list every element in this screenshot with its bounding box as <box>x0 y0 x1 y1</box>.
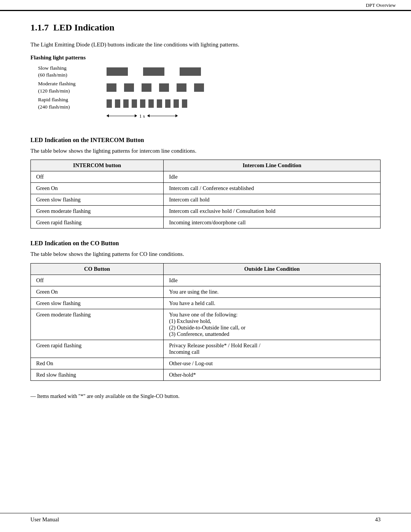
main-content: 1.1.7 LED Indication The Light Emitting … <box>0 11 411 431</box>
co-table-row: Red slow flashingOther-hold* <box>31 369 381 380</box>
mod-block-1 <box>107 83 116 92</box>
slow-block-3 <box>180 67 201 76</box>
section-heading: 1.1.7 LED Indication <box>30 22 381 33</box>
footer: User Manual 43 <box>0 513 411 523</box>
top-bar: DPT Overview <box>0 0 411 11</box>
intercom-table-row: Green slow flashingIntercom call hold <box>31 194 381 206</box>
co-col2-cell: You are using the line. <box>164 286 381 297</box>
intercom-col1-cell: Green slow flashing <box>31 194 164 206</box>
co-col2-cell: Privacy Release possible* / Hold Recall … <box>164 340 381 358</box>
co-col2-cell: You have a held call. <box>164 297 381 309</box>
mod-flash-label: Moderate flashing (120 flash/min) <box>38 80 107 95</box>
time-label: 1 s <box>139 113 145 119</box>
rapid-block-5 <box>140 99 145 108</box>
co-table-row: Red OnOther-use / Log-out <box>31 358 381 369</box>
intercom-heading: LED Indication on the INTERCOM Button <box>30 137 381 144</box>
arrow-line <box>107 116 137 116</box>
rapid-flash-label: Rapid flashing (240 flash/min) <box>38 96 107 111</box>
intercom-table-row: Green rapid flashingIncoming intercom/do… <box>31 217 381 228</box>
co-col1-cell: Green rapid flashing <box>31 340 164 358</box>
mod-block-3 <box>142 83 151 92</box>
co-table-row: OffIdle <box>31 275 381 286</box>
section-title: LED Indication <box>53 22 115 33</box>
arrow-line-2 <box>147 116 178 116</box>
rapid-block-4 <box>132 99 137 108</box>
co-table-row: Green slow flashingYou have a held call. <box>31 297 381 309</box>
intercom-table-row: Green moderate flashingIntercom call exc… <box>31 206 381 217</box>
mod-block-6 <box>194 83 204 92</box>
co-table-row: Green moderate flashingYou have one of t… <box>31 309 381 340</box>
intercom-col1-cell: Green moderate flashing <box>31 206 164 217</box>
co-col1-header: CO Button <box>31 263 164 275</box>
flashing-label: Flashing light patterns <box>30 54 381 61</box>
intro-text: The Light Emitting Diode (LED) buttons i… <box>30 40 381 49</box>
mod-block-4 <box>159 83 169 92</box>
intercom-col2-cell: Intercom call / Conference established <box>164 183 381 194</box>
co-col2-cell: Other-hold* <box>164 369 381 380</box>
rapid-block-9 <box>174 99 179 108</box>
co-col1-cell: Red On <box>31 358 164 369</box>
mod-block-5 <box>177 83 186 92</box>
intercom-col1-cell: Green rapid flashing <box>31 217 164 228</box>
co-col1-cell: Green moderate flashing <box>31 309 164 340</box>
footnote: — Items marked with "*" are only availab… <box>30 392 381 400</box>
time-arrow-row: 1 s <box>107 113 381 119</box>
co-col2-cell: Other-use / Log-out <box>164 358 381 369</box>
rapid-block-3 <box>123 99 129 108</box>
intercom-col1-cell: Green On <box>31 183 164 194</box>
flashing-diagram: Slow flashing (60 flash/min) Moderate fl… <box>38 65 381 125</box>
co-col1-cell: Red slow flashing <box>31 369 164 380</box>
slow-flash-pattern <box>107 66 201 77</box>
rapid-block-10 <box>182 99 187 108</box>
co-col1-cell: Off <box>31 275 164 286</box>
co-col2-header: Outside Line Condition <box>164 263 381 275</box>
slow-flash-row: Slow flashing (60 flash/min) <box>38 65 381 79</box>
co-heading: LED Indication on the CO Button <box>30 240 381 247</box>
co-table-header-row: CO Button Outside Line Condition <box>31 263 381 275</box>
intercom-col2-cell: Intercom call exclusive hold / Consultat… <box>164 206 381 217</box>
rapid-flash-pattern <box>107 98 187 109</box>
slow-block-2 <box>143 67 164 76</box>
co-col1-cell: Green On <box>31 286 164 297</box>
slow-flash-label: Slow flashing (60 flash/min) <box>38 65 107 79</box>
mod-flash-pattern <box>107 82 204 93</box>
intercom-col2-cell: Intercom call hold <box>164 194 381 206</box>
intercom-col2-header: Intercom Line Condition <box>164 160 381 171</box>
intercom-table-row: OffIdle <box>31 171 381 183</box>
co-col1-cell: Green slow flashing <box>31 297 164 309</box>
intercom-table-row: Green OnIntercom call / Conference estab… <box>31 183 381 194</box>
co-col2-cell: You have one of the following:(1) Exclus… <box>164 309 381 340</box>
section-number: 1.1.7 <box>30 22 49 33</box>
rapid-flash-row: Rapid flashing (240 flash/min) <box>38 96 381 111</box>
co-table-row: Green OnYou are using the line. <box>31 286 381 297</box>
mod-flash-row: Moderate flashing (120 flash/min) <box>38 80 381 95</box>
rapid-block-6 <box>148 99 154 108</box>
footer-left: User Manual <box>30 516 59 523</box>
intercom-col1-header: INTERCOM button <box>31 160 164 171</box>
rapid-block-2 <box>115 99 120 108</box>
header-title: DPT Overview <box>366 2 396 8</box>
rapid-block-7 <box>157 99 162 108</box>
intercom-table: INTERCOM button Intercom Line Condition … <box>30 160 381 228</box>
footer-right: 43 <box>375 516 381 523</box>
slow-block-1 <box>107 67 128 76</box>
mod-block-2 <box>124 83 134 92</box>
intercom-col1-cell: Off <box>31 171 164 183</box>
rapid-block-1 <box>107 99 112 108</box>
time-arrow: 1 s <box>107 113 178 119</box>
rapid-block-8 <box>165 99 170 108</box>
co-table-row: Green rapid flashingPrivacy Release poss… <box>31 340 381 358</box>
intercom-intro: The table below shows the lighting patte… <box>30 147 381 155</box>
intercom-col2-cell: Incoming intercom/doorphone call <box>164 217 381 228</box>
co-intro: The table below shows the lighting patte… <box>30 250 381 259</box>
page-container: DPT Overview 1.1.7 LED Indication The Li… <box>0 0 411 532</box>
co-table: CO Button Outside Line Condition OffIdle… <box>30 263 381 381</box>
intercom-table-header-row: INTERCOM button Intercom Line Condition <box>31 160 381 171</box>
co-col2-cell: Idle <box>164 275 381 286</box>
intercom-col2-cell: Idle <box>164 171 381 183</box>
